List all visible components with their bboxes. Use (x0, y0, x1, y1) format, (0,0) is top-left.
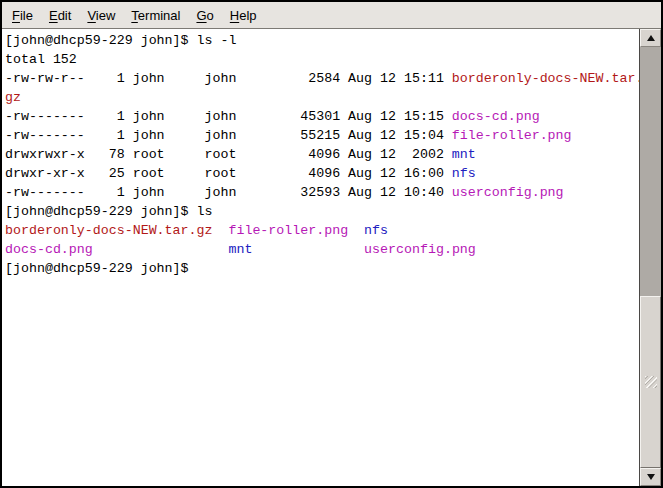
terminal-text-segment: nfs (364, 223, 388, 238)
menu-item-view[interactable]: View (79, 6, 123, 25)
menu-item-go[interactable]: Go (188, 6, 221, 25)
menu-item-edit[interactable]: Edit (41, 6, 79, 25)
terminal-line: [john@dhcp59-229 john]$ ls -l (5, 31, 639, 50)
terminal-line: drwxr-xr-x 25 root root 4096 Aug 12 16:0… (5, 164, 639, 183)
scrollbar-grip-icon (645, 376, 657, 388)
scrollbar-up-button[interactable] (640, 29, 661, 47)
terminal-line: borderonly-docs-NEW.tar.gz file-roller.p… (5, 221, 639, 240)
terminal-text-segment (93, 242, 229, 257)
menu-item-file[interactable]: File (4, 6, 41, 25)
terminal-line: -rw------- 1 john john 45301 Aug 12 15:1… (5, 107, 639, 126)
terminal-text-segment (348, 223, 364, 238)
menu-item-label: o (207, 8, 214, 23)
menu-item-label: dit (58, 8, 72, 23)
menu-item-mnemonic: G (196, 8, 206, 23)
terminal-screen[interactable]: [john@dhcp59-229 john]$ ls -ltotal 152-r… (2, 29, 639, 486)
terminal-text-segment: userconfig.png (364, 242, 476, 257)
terminal-window: FileEditViewTerminalGoHelp [john@dhcp59-… (0, 0, 663, 488)
terminal-text-segment: nfs (452, 166, 476, 181)
menu-item-terminal[interactable]: Terminal (123, 6, 188, 25)
scrollbar-thumb[interactable] (640, 296, 661, 468)
menu-item-mnemonic: F (12, 8, 20, 23)
menu-item-label: iew (96, 8, 116, 23)
terminal-line: [john@dhcp59-229 john]$ ls (5, 202, 639, 221)
terminal-line: -rw------- 1 john john 55215 Aug 12 15:0… (5, 126, 639, 145)
terminal-line: -rw-rw-r-- 1 john john 2584 Aug 12 15:11… (5, 69, 639, 88)
menu-item-mnemonic: E (49, 8, 58, 23)
terminal-text-segment: drwxr-xr-x 25 root root 4096 Aug 12 16:0… (5, 166, 452, 181)
terminal-line: -rw------- 1 john john 32593 Aug 12 10:4… (5, 183, 639, 202)
terminal-text-segment: mnt (228, 242, 252, 257)
terminal-text-segment: [john@dhcp59-229 john]$ ls -l (5, 33, 236, 48)
scrollbar-down-button[interactable] (640, 468, 661, 486)
terminal-text-segment: [john@dhcp59-229 john]$ ls (5, 204, 212, 219)
scrollbar-trough[interactable] (640, 47, 661, 468)
terminal-text-segment: drwxrwxr-x 78 root root 4096 Aug 12 2002 (5, 147, 452, 162)
up-arrow-icon (647, 35, 655, 41)
terminal-text-segment: userconfig.png (452, 185, 564, 200)
terminal-line: gz (5, 88, 639, 107)
terminal-text-segment: total 152 (5, 52, 77, 67)
terminal-text-segment: -rw------- 1 john john 32593 Aug 12 10:4… (5, 185, 452, 200)
terminal-text-segment: docs-cd.png (5, 242, 93, 257)
terminal-line: [john@dhcp59-229 john]$ (5, 259, 639, 278)
down-arrow-icon (647, 474, 655, 480)
terminal-line: docs-cd.png mnt userconfig.png (5, 240, 639, 259)
terminal-text-segment: docs-cd.png (452, 109, 540, 124)
terminal-text-segment: [john@dhcp59-229 john]$ (5, 261, 189, 276)
menu-item-label: elp (239, 8, 256, 23)
terminal-text-segment: -rw------- 1 john john 45301 Aug 12 15:1… (5, 109, 452, 124)
terminal-line: total 152 (5, 50, 639, 69)
menu-item-help[interactable]: Help (222, 6, 265, 25)
menu-bar: FileEditViewTerminalGoHelp (2, 2, 661, 29)
menu-item-mnemonic: H (230, 8, 239, 23)
terminal-text-segment: file-roller.png (228, 223, 348, 238)
scrollbar[interactable] (639, 29, 661, 486)
terminal-text-segment (212, 223, 228, 238)
terminal-content: [john@dhcp59-229 john]$ ls -ltotal 152-r… (2, 29, 661, 486)
terminal-text-segment: borderonly-docs-NEW.tar.gz (5, 223, 212, 238)
terminal-text-segment: mnt (452, 147, 476, 162)
terminal-text-segment: gz (5, 90, 21, 105)
menu-item-label: erminal (138, 8, 181, 23)
menu-item-label: ile (20, 8, 33, 23)
terminal-line: drwxrwxr-x 78 root root 4096 Aug 12 2002… (5, 145, 639, 164)
menu-item-mnemonic: V (87, 8, 95, 23)
terminal-text-segment: -rw------- 1 john john 55215 Aug 12 15:0… (5, 128, 452, 143)
terminal-text-segment (252, 242, 364, 257)
terminal-text-segment: file-roller.png (452, 128, 572, 143)
terminal-text-segment: borderonly-docs-NEW.tar. (452, 71, 639, 86)
terminal-text-segment: -rw-rw-r-- 1 john john 2584 Aug 12 15:11 (5, 71, 452, 86)
